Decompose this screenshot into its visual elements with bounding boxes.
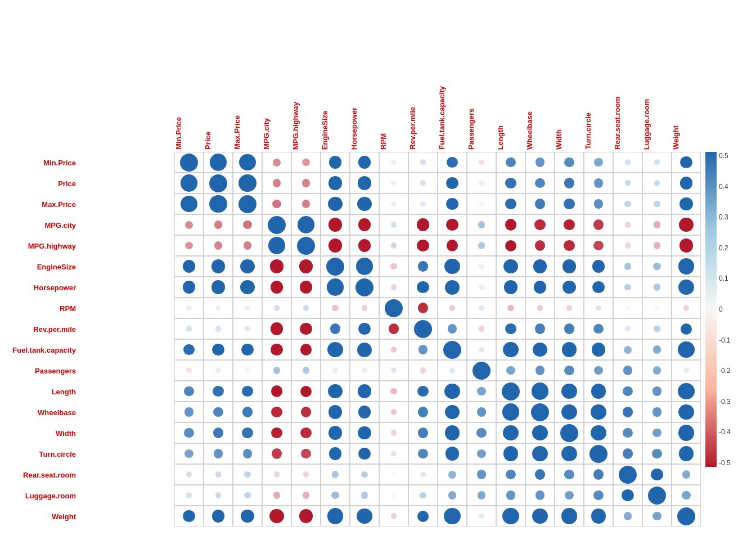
circle-7-1	[215, 305, 220, 310]
circle-9-0	[183, 344, 195, 356]
cell-16-5	[321, 485, 350, 506]
col-label-text-14: Turn.circle	[584, 112, 592, 150]
legend: 0.5 0.4 0.3 0.2 0.1 0 -0.1 -0.2 -0.3 -0.…	[705, 152, 739, 526]
circle-0-0	[180, 154, 198, 172]
col-label-1: Price	[204, 6, 233, 152]
circle-0-6	[358, 156, 371, 169]
cell-9-1	[204, 339, 233, 360]
circle-0-8	[420, 159, 426, 165]
cell-14-10	[467, 443, 496, 464]
matrix-row-7: RPM	[174, 298, 701, 318]
circle-13-4	[300, 428, 311, 438]
cell-12-11	[496, 402, 525, 422]
circle-9-13	[562, 342, 577, 357]
circle-2-1	[209, 195, 227, 213]
row-label-3: MPG.city	[44, 220, 76, 229]
cell-11-12	[525, 381, 555, 402]
cell-7-8	[408, 298, 438, 318]
circle-4-7	[391, 242, 397, 249]
circle-16-1	[215, 492, 222, 498]
matrix-row-10: Passengers	[174, 360, 701, 381]
cell-10-14	[584, 360, 613, 381]
row-label-2: Max.Price	[42, 200, 76, 208]
circle-7-15	[626, 305, 630, 310]
cell-13-14	[584, 422, 613, 443]
cell-1-9	[438, 173, 467, 194]
circle-7-14	[596, 305, 601, 311]
circle-11-3	[271, 385, 282, 397]
cell-6-17	[672, 277, 701, 298]
cell-1-7	[379, 173, 408, 194]
cell-5-14	[584, 256, 613, 277]
cell-4-16	[642, 235, 672, 256]
cell-14-3	[262, 443, 291, 464]
col-label-text-11: Length	[496, 125, 505, 150]
circle-1-9	[446, 177, 458, 189]
circle-6-5	[327, 278, 344, 295]
cell-2-4	[291, 194, 321, 214]
cell-8-5	[321, 318, 350, 339]
cell-7-15	[613, 298, 642, 318]
circle-15-10	[477, 470, 486, 479]
cell-10-16	[642, 360, 672, 381]
cell-4-4	[291, 235, 321, 256]
circle-15-13	[564, 470, 574, 479]
circle-1-15	[625, 180, 631, 186]
circle-17-2	[241, 510, 254, 523]
cell-4-12	[525, 235, 555, 256]
cell-13-6	[350, 422, 379, 443]
cell-13-0	[174, 422, 204, 443]
circle-11-4	[300, 386, 312, 397]
circle-1-14	[594, 178, 603, 187]
circle-4-10	[478, 242, 485, 249]
cell-7-3	[262, 298, 291, 318]
cell-5-5	[321, 256, 350, 277]
cell-11-2	[233, 381, 262, 402]
cell-1-13	[555, 173, 584, 194]
circle-4-0	[185, 242, 193, 250]
col-label-text-15: Rear.seat.room	[613, 97, 622, 150]
circle-6-17	[678, 280, 694, 295]
circle-5-6	[356, 258, 373, 274]
circle-5-7	[390, 263, 397, 269]
cell-6-3	[262, 277, 291, 298]
cell-17-3	[262, 506, 291, 526]
col-label-11: Length	[496, 6, 525, 152]
cell-13-5	[321, 422, 350, 443]
circle-13-17	[678, 425, 694, 440]
circle-11-10	[477, 387, 485, 395]
circle-2-8	[420, 201, 426, 207]
circle-6-7	[391, 284, 397, 290]
cell-1-17	[672, 173, 701, 194]
circle-13-9	[445, 425, 460, 440]
cell-17-15	[613, 506, 642, 526]
circle-17-15	[624, 512, 632, 520]
circle-16-15	[622, 489, 634, 502]
cell-10-13	[555, 360, 584, 381]
circle-4-3	[268, 237, 286, 254]
cell-13-8	[408, 422, 438, 443]
circle-13-2	[242, 428, 253, 438]
circle-2-0	[181, 196, 197, 213]
cell-17-2	[233, 506, 262, 526]
circle-8-16	[654, 326, 660, 332]
cell-9-3	[262, 339, 291, 360]
circle-16-14	[593, 490, 603, 500]
matrix-row-1: Price	[174, 173, 701, 194]
cell-2-6	[350, 194, 379, 214]
circle-12-4	[301, 407, 312, 417]
circle-9-1	[212, 344, 224, 356]
circle-5-2	[240, 259, 254, 273]
circle-4-17	[680, 238, 694, 253]
circle-12-14	[591, 404, 606, 420]
circle-13-11	[503, 425, 519, 441]
cell-8-6	[350, 318, 379, 339]
legend-0: 0	[719, 305, 731, 313]
cell-11-9	[438, 381, 467, 402]
circle-8-5	[330, 323, 341, 334]
cell-17-10	[467, 506, 496, 526]
cell-14-0	[174, 443, 204, 464]
circle-12-0	[184, 407, 194, 416]
col-label-14: Turn.circle	[584, 6, 613, 152]
cell-1-4	[291, 173, 321, 194]
